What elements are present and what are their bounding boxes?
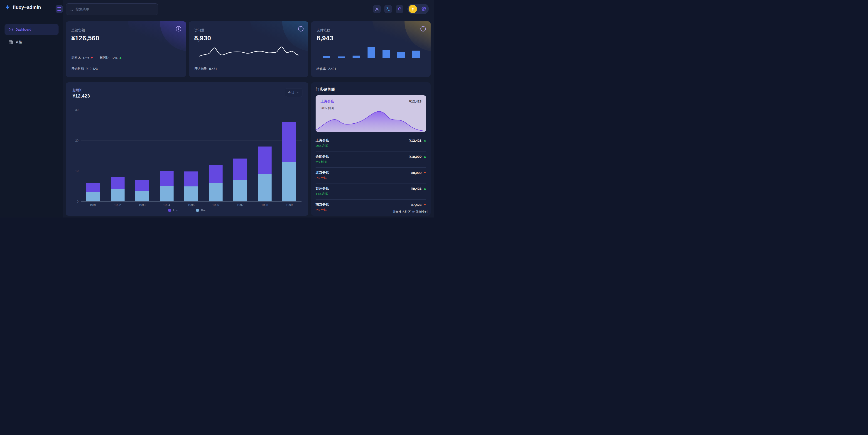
- store-value: ¥9,423: [411, 187, 422, 190]
- divider: [194, 64, 303, 64]
- bar-segment-bor: [258, 174, 272, 201]
- metric-label: 周同比: [71, 56, 81, 60]
- growth-value: ¥12,423: [72, 93, 90, 99]
- bar-column[interactable]: [154, 110, 179, 201]
- mini-bar: [352, 56, 360, 58]
- store-value: ¥12,423: [409, 138, 422, 143]
- panel-title: 门店销售额: [316, 87, 335, 92]
- bar-column[interactable]: [252, 110, 277, 201]
- theme-toggle-button[interactable]: [373, 5, 381, 13]
- sidebar-item-table[interactable]: 表格: [4, 37, 59, 48]
- more-icon[interactable]: ---: [421, 85, 427, 89]
- y-axis-tick: 30: [72, 108, 79, 112]
- bar-segment-bor: [111, 189, 125, 201]
- search-box: [66, 3, 158, 15]
- info-icon[interactable]: [298, 26, 304, 32]
- info-icon[interactable]: [420, 26, 426, 32]
- store-sales-panel: 门店销售额 --- 上海分店 ¥12,423 20% 利润 上海分店20% 利润…: [311, 82, 431, 216]
- bar-column[interactable]: [105, 110, 130, 201]
- trend-down-icon: [424, 204, 426, 206]
- legend-item-lon[interactable]: Lon: [168, 209, 178, 212]
- bar-segment-bor: [160, 186, 174, 201]
- y-axis-tick: 20: [72, 138, 79, 142]
- store-row[interactable]: 苏州分店14% 利润¥9,423: [316, 184, 426, 199]
- trend-up-icon: [119, 57, 122, 59]
- x-axis-tick: 1999: [277, 203, 302, 207]
- mini-bar: [382, 50, 390, 58]
- bar-segment-lon: [160, 171, 174, 186]
- y-axis-tick: 10: [72, 169, 79, 173]
- store-profit-label: 6% 利润: [316, 160, 327, 164]
- x-axis-tick: 1998: [252, 203, 277, 207]
- bar-segment-lon: [86, 183, 100, 192]
- bar-segment-bor: [135, 191, 149, 201]
- search-input[interactable]: [75, 7, 155, 11]
- legend-item-bor[interactable]: Bor: [196, 209, 206, 212]
- legend-swatch: [168, 209, 171, 212]
- growth-chart-card: 总增长 ¥12,423 今日 3020100 19911992199319941…: [66, 82, 308, 216]
- bar-segment-lon: [209, 165, 222, 183]
- x-axis-tick: 1997: [228, 203, 252, 207]
- store-profit-label: 14% 利润: [316, 192, 328, 196]
- watermark: 掘金技术社区 @ 前端小付: [393, 210, 428, 214]
- table-grid-icon: [9, 40, 13, 44]
- growth-title: 总增长: [72, 88, 82, 92]
- bar-column[interactable]: [130, 110, 154, 201]
- stat-metrics: 周同比 12% 日同比 12%: [71, 56, 122, 60]
- bar-column[interactable]: [277, 110, 302, 201]
- stat-label: 总销售额: [71, 28, 85, 32]
- featured-store-card: 上海分店 ¥12,423 20% 利润: [316, 95, 426, 132]
- user-menu[interactable]: [407, 4, 429, 14]
- growth-bars: [81, 110, 302, 201]
- store-row[interactable]: 合肥分店6% 利润¥10,000: [316, 152, 426, 167]
- store-row[interactable]: 北京分店8% 亏损¥8,000: [316, 167, 426, 184]
- brand-name: fluxy–admin: [13, 4, 41, 10]
- store-name: 南京分店: [316, 203, 329, 207]
- logo-bolt-icon: [5, 4, 10, 10]
- store-profit-label: 8% 亏损: [316, 176, 327, 180]
- visits-line-chart: [199, 46, 299, 58]
- stat-value: 8,930: [194, 34, 211, 42]
- x-axis-tick: 1991: [81, 203, 105, 207]
- bar-column[interactable]: [228, 110, 252, 201]
- trend-down-icon: [91, 57, 93, 59]
- legend-swatch: [196, 209, 199, 212]
- bar-column[interactable]: [81, 110, 105, 201]
- date-range-dropdown[interactable]: 今日: [285, 88, 302, 97]
- decor-circle: [404, 21, 431, 51]
- info-icon[interactable]: [176, 26, 182, 32]
- featured-store-profit: 20% 利润: [320, 106, 334, 110]
- x-axis-tick: 1993: [130, 203, 154, 207]
- x-axis-tick: 1996: [204, 203, 228, 207]
- bar-segment-lon: [233, 158, 247, 180]
- gear-icon[interactable]: [422, 7, 426, 11]
- legend-label: Lon: [173, 209, 178, 212]
- range-label: 今日: [288, 91, 294, 95]
- bar-segment-lon: [282, 122, 296, 162]
- trend-up-icon: [424, 156, 426, 158]
- stat-card-total-sales: 总销售额 ¥126,560 周同比 12% 日同比 12% 日销售额 ¥12,4…: [66, 21, 186, 77]
- notifications-button[interactable]: [396, 5, 403, 13]
- growth-xlabels: 199119921993199419951996199719981999: [81, 203, 302, 207]
- y-axis-tick: 0: [72, 200, 79, 203]
- bar-column[interactable]: [204, 110, 228, 201]
- decor-circle: [160, 21, 186, 51]
- bar-column[interactable]: [179, 110, 203, 201]
- mini-bar: [412, 51, 420, 58]
- chevron-down-icon: [296, 91, 299, 94]
- footer-value: 9,431: [209, 67, 217, 71]
- sidebar: fluxy–admin Dashboard 表格: [0, 0, 63, 218]
- footer-value: 2,421: [328, 67, 336, 71]
- x-axis-tick: 1992: [105, 203, 130, 207]
- menu-toggle-button[interactable]: [56, 5, 63, 13]
- metric-label: 日同比: [100, 56, 110, 60]
- store-row[interactable]: 上海分店20% 利润¥12,423: [316, 135, 426, 152]
- sidebar-item-dashboard[interactable]: Dashboard: [4, 24, 59, 35]
- bar-segment-bor: [209, 183, 222, 201]
- language-button[interactable]: 文 A: [384, 5, 392, 13]
- store-value: ¥10,000: [409, 155, 422, 158]
- trend-up-icon: [424, 139, 426, 142]
- footer-label: 日销售额: [71, 67, 84, 71]
- trend-up-icon: [424, 188, 426, 190]
- legend-label: Bor: [201, 209, 206, 212]
